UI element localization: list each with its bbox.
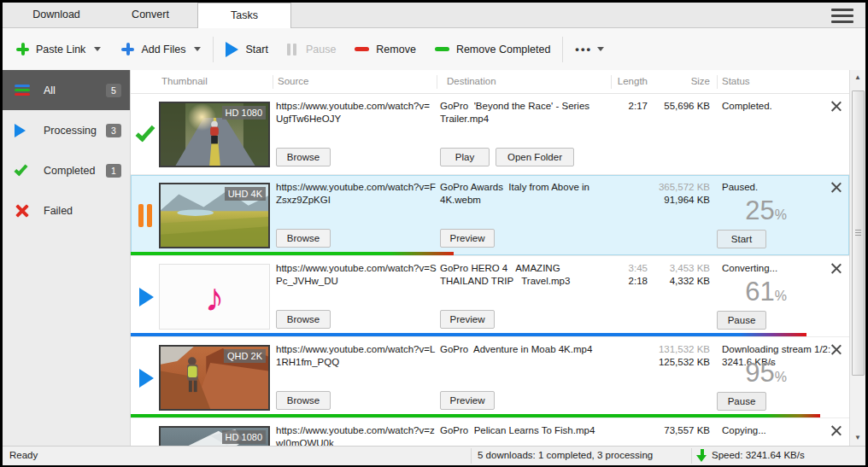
close-icon[interactable] [830, 424, 842, 437]
downloads-summary: 5 downloads: 1 completed, 3 processing [478, 450, 653, 460]
status-text: Copying... [722, 424, 833, 437]
chevron-down-icon[interactable] [194, 47, 201, 51]
play-button[interactable]: Play [440, 148, 490, 166]
source-url: https://www.youtube.com/watch?v=SPc_JVHw… [276, 262, 437, 288]
sidebar-item-label: Failed [44, 205, 73, 217]
pause-icon [287, 44, 299, 55]
size-value: 73,557 KB [664, 424, 710, 437]
remove-completed-button[interactable]: Remove Completed [435, 44, 550, 55]
play-icon [226, 42, 238, 57]
browse-button[interactable]: Browse [276, 148, 331, 166]
quality-badge: QHD 2K [224, 349, 266, 363]
task-row-completed[interactable]: HD 1080 https://www.youtube.com/watch?v=… [131, 94, 849, 175]
column-destination[interactable]: Destination [447, 76, 496, 86]
count-badge: 5 [106, 84, 121, 97]
toolbar: Paste Link Add Files Start Pause Remove … [3, 28, 865, 70]
sidebar-item-completed[interactable]: Completed 1 [3, 150, 130, 190]
destination-name: GoPro 'Beyond the Race' - Series Trailer… [440, 100, 607, 126]
close-icon[interactable] [830, 343, 842, 356]
close-icon[interactable] [830, 262, 842, 275]
scroll-down-icon[interactable]: ▼ [850, 430, 865, 446]
tab-tasks[interactable]: Tasks [197, 3, 291, 28]
download-speed-icon [696, 449, 707, 462]
progress-bar [131, 252, 454, 255]
browse-button[interactable]: Browse [276, 391, 331, 410]
ready-status: Ready [9, 450, 38, 460]
tab-convert[interactable]: Convert [103, 3, 197, 27]
task-table: Thumbnail Source Destination Length Size… [131, 70, 849, 446]
progress-percent: 61% [745, 277, 787, 307]
size-value: 365,572 KB91,964 KB [659, 181, 710, 207]
open-folder-button[interactable]: Open Folder [496, 148, 574, 166]
scrollbar-thumb[interactable] [852, 90, 865, 376]
menu-icon[interactable] [831, 9, 853, 23]
pause-icon [131, 175, 159, 256]
size-value: 55,696 KB [664, 100, 710, 113]
close-icon[interactable] [830, 181, 842, 194]
completed-check-icon [15, 169, 35, 172]
preview-button[interactable]: Preview [440, 391, 495, 410]
column-status[interactable]: Status [722, 76, 750, 86]
more-dots-icon: ••• [575, 43, 592, 55]
scroll-up-icon[interactable]: ▲ [850, 70, 865, 85]
quality-badge: HD 1080 [222, 430, 266, 444]
status-text: Completed. [722, 100, 833, 113]
count-badge: 3 [106, 124, 121, 137]
pause-button: Pause [287, 44, 336, 55]
toolbar-separator [562, 37, 563, 62]
vertical-scrollbar[interactable]: ▲ ▼ [849, 70, 865, 446]
start-label: Start [245, 44, 267, 55]
remove-completed-label: Remove Completed [456, 44, 550, 55]
browse-button[interactable]: Browse [276, 310, 331, 329]
count-badge: 1 [106, 164, 121, 178]
start-task-button[interactable]: Start [717, 230, 766, 248]
size-value: 3,453 KB4,332 KB [670, 262, 710, 288]
sidebar-item-all[interactable]: All 5 [3, 70, 130, 110]
plus-icon [16, 43, 29, 55]
tab-download[interactable]: Download [9, 3, 103, 27]
pause-task-button[interactable]: Pause [717, 311, 766, 330]
remove-icon [355, 47, 369, 51]
progress-bar [131, 414, 820, 417]
browse-button[interactable]: Browse [276, 229, 331, 248]
task-row-converting[interactable]: ♪ https://www.youtube.com/watch?v=SPc_JV… [131, 256, 849, 337]
length-value: 3:452:18 [629, 262, 648, 288]
column-size[interactable]: Size [691, 76, 710, 86]
speed-value: Speed: 3241.64 KB/s [712, 450, 805, 460]
destination-name: GoPro HERO 4 AMAZING THAILAND TRIP Trave… [440, 262, 607, 288]
size-value: 131,532 KB125,532 KB [659, 343, 710, 369]
progress-percent: 25% [745, 196, 787, 226]
add-files-button[interactable]: Add Files [121, 43, 201, 55]
failed-x-icon [15, 204, 35, 218]
destination-name: GoPro Awards Italy from Above in 4K.webm [440, 181, 607, 207]
progress-bar [131, 333, 806, 336]
sidebar-item-processing[interactable]: Processing 3 [3, 110, 130, 150]
sidebar-item-failed[interactable]: Failed [3, 190, 130, 231]
sidebar-item-label: Processing [44, 125, 97, 137]
video-thumbnail: UHD 4K [159, 183, 270, 248]
processing-icon [15, 124, 35, 137]
more-button[interactable]: ••• [575, 43, 604, 55]
close-icon[interactable] [830, 100, 842, 113]
play-icon [131, 256, 159, 337]
status-text: Converting... [722, 262, 833, 275]
paste-link-label: Paste Link [36, 44, 85, 55]
remove-label: Remove [376, 44, 416, 55]
task-row-paused[interactable]: UHD 4K https://www.youtube.com/watch?v=F… [131, 175, 849, 256]
column-source[interactable]: Source [278, 76, 308, 86]
preview-button[interactable]: Preview [440, 229, 495, 248]
chevron-down-icon[interactable] [94, 47, 101, 51]
column-thumbnail[interactable]: Thumbnail [161, 76, 208, 86]
source-url: https://www.youtube.com/watch?v=FZsxz9Zp… [276, 181, 437, 207]
start-button[interactable]: Start [226, 42, 267, 57]
remove-button[interactable]: Remove [355, 44, 416, 55]
column-length[interactable]: Length [618, 76, 648, 86]
task-row-copying[interactable]: HD 1080 https://www.youtube.com/watch?v=… [131, 418, 849, 446]
play-icon [131, 337, 159, 418]
remove-completed-icon [435, 47, 449, 51]
task-row-downloading[interactable]: QHD 2K https://www.youtube.com/watch?v=L… [131, 337, 849, 418]
quality-badge: HD 1080 [222, 106, 266, 120]
pause-task-button[interactable]: Pause [717, 392, 766, 411]
preview-button[interactable]: Preview [440, 310, 495, 329]
paste-link-button[interactable]: Paste Link [16, 43, 101, 55]
